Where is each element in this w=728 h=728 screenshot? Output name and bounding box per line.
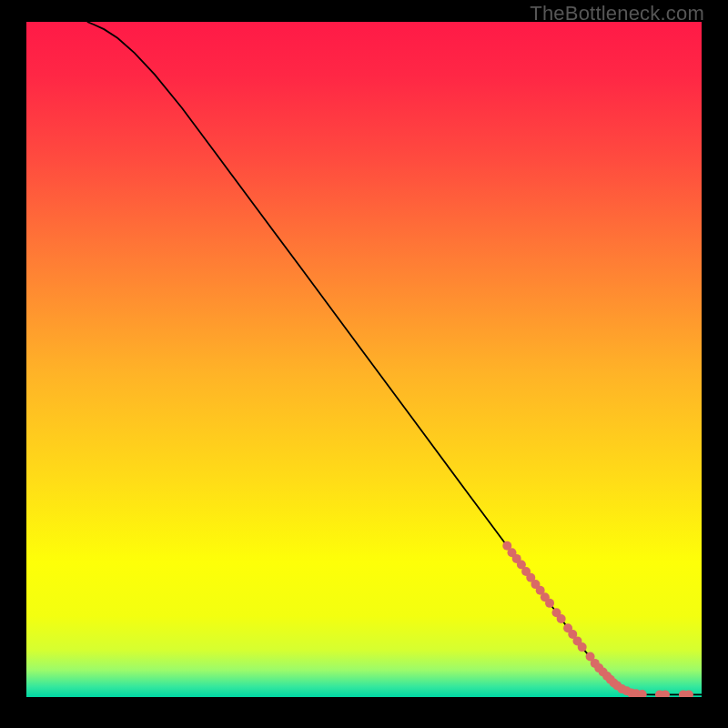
chart-plot: [26, 22, 702, 697]
chart-container: [26, 22, 702, 697]
gradient-background: [26, 22, 702, 697]
marker-point: [578, 642, 587, 652]
marker-point: [557, 614, 566, 623]
marker-point: [545, 599, 554, 608]
